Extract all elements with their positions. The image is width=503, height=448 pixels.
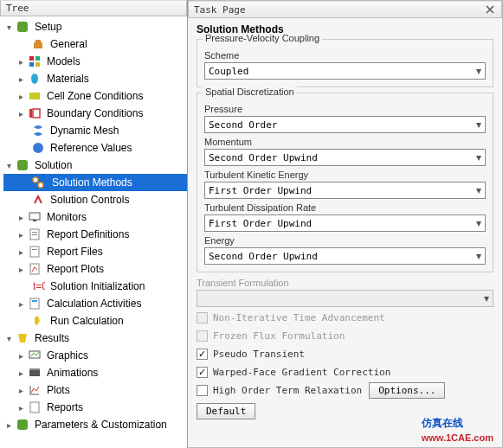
chevron-down-icon: ▾ xyxy=(468,250,481,262)
tree-item-solmethods[interactable]: Solution Methods xyxy=(3,174,187,191)
svg-point-10 xyxy=(33,143,43,153)
tree-item-calcact[interactable]: ▸ Calculation Activities xyxy=(3,295,187,312)
chevron-down-icon: ▾ xyxy=(468,217,481,229)
close-icon[interactable] xyxy=(484,3,496,16)
task-body: Solution Methods Pressure-Velocity Coupl… xyxy=(188,18,502,447)
expand-icon[interactable]: ▸ xyxy=(3,420,14,430)
tke-combo[interactable]: First Order Upwind▾ xyxy=(204,182,486,199)
svg-rect-15 xyxy=(33,220,36,221)
tree-item-params[interactable]: ▸ Parameters & Customization xyxy=(3,416,187,433)
svg-rect-11 xyxy=(17,160,28,170)
collapse-icon[interactable]: ▾ xyxy=(3,161,14,170)
tree-item-reports[interactable]: ▸ Reports xyxy=(3,399,187,416)
expand-icon[interactable]: ▸ xyxy=(16,109,26,118)
tree-item-monitors[interactable]: ▸ Monitors xyxy=(3,208,187,226)
expand-icon[interactable]: ▸ xyxy=(16,368,26,378)
pressure-label: Pressure xyxy=(204,104,486,114)
default-button[interactable]: Default xyxy=(197,403,255,419)
tree-item-refvalues[interactable]: Reference Values xyxy=(3,139,187,157)
scheme-label: Scheme xyxy=(204,50,486,61)
tree-item-results[interactable]: ▾ Results xyxy=(3,330,187,347)
tree-item-solcontrols[interactable]: Solution Controls xyxy=(3,191,187,208)
expand-icon[interactable]: ▸ xyxy=(16,213,26,222)
reportdef-icon xyxy=(28,227,42,241)
tree-item-animations[interactable]: ▸ Animations xyxy=(3,364,187,381)
tree-item-runcalc[interactable]: Run Calculation xyxy=(3,312,187,330)
svg-rect-21 xyxy=(30,264,39,274)
chevron-down-icon: ▾ xyxy=(468,151,481,163)
checkbox-icon[interactable] xyxy=(197,349,208,360)
svg-rect-7 xyxy=(29,93,40,99)
params-icon xyxy=(16,418,29,432)
scheme-combo[interactable]: Coupled ▾ xyxy=(204,62,486,80)
svg-rect-2 xyxy=(35,40,41,42)
momentum-combo[interactable]: Second Order Upwind▾ xyxy=(204,149,486,166)
chevron-down-icon: ▾ xyxy=(468,65,481,77)
pressure-combo[interactable]: Second Order▾ xyxy=(204,116,486,133)
tree-item-reportdef[interactable]: ▸ Report Definitions xyxy=(3,226,187,243)
expand-icon[interactable]: ▸ xyxy=(16,74,26,84)
checkbox-icon[interactable] xyxy=(197,385,208,396)
svg-point-13 xyxy=(38,182,43,188)
svg-rect-14 xyxy=(29,213,40,220)
runcalc-icon xyxy=(31,314,45,328)
tree-item-materials[interactable]: ▸ Materials xyxy=(3,70,187,87)
expand-icon[interactable]: ▸ xyxy=(16,299,26,309)
models-icon xyxy=(28,54,42,68)
tree-item-dynmesh[interactable]: Dynamic Mesh xyxy=(3,122,187,139)
chk-frozen: Frozen Flux Formulation xyxy=(197,328,493,343)
watermark: 仿真在线 www.1CAE.com xyxy=(422,416,493,444)
group-sd: Spatial Discretization Pressure Second O… xyxy=(197,93,493,272)
collapse-icon[interactable]: ▾ xyxy=(3,334,14,343)
cellzone-icon xyxy=(28,89,42,103)
energy-combo[interactable]: Second Order Upwind▾ xyxy=(204,247,486,265)
expand-icon[interactable]: ▸ xyxy=(16,247,26,257)
group-sd-title: Spatial Discretization xyxy=(203,86,297,97)
tree-item-boundary[interactable]: ▸ Boundary Conditions xyxy=(3,105,187,122)
boundary-icon xyxy=(28,106,42,120)
chk-warped[interactable]: Warped-Face Gradient Correction xyxy=(197,364,493,380)
tree-item-reportplots[interactable]: ▸ Report Plots xyxy=(3,260,187,278)
svg-rect-28 xyxy=(30,402,39,413)
tree-item-graphics[interactable]: ▸ Graphics xyxy=(3,347,187,364)
tree-panel: Tree ▾ Setup General ▸ Models ▸ Material… xyxy=(0,0,188,448)
tf-combo: ▾ xyxy=(197,290,493,307)
svg-rect-18 xyxy=(32,234,37,235)
svg-rect-8 xyxy=(29,109,32,118)
expand-icon[interactable]: ▸ xyxy=(16,92,26,101)
task-page: Task Page Solution Methods Pressure-Velo… xyxy=(188,0,503,448)
checkbox-icon[interactable] xyxy=(197,367,208,378)
expand-icon[interactable]: ▸ xyxy=(16,386,26,395)
tree-item-plots[interactable]: ▸ Plots xyxy=(3,381,187,399)
svg-rect-20 xyxy=(32,249,37,250)
tree-item-general[interactable]: General xyxy=(3,35,187,53)
tree-item-setup[interactable]: ▾ Setup xyxy=(3,18,187,35)
svg-rect-17 xyxy=(32,232,37,233)
options-button[interactable]: Options... xyxy=(369,382,445,399)
expand-icon[interactable]: ▸ xyxy=(16,230,26,240)
chk-hotr[interactable]: High Order Term Relaxation Options... xyxy=(197,382,493,398)
tree-item-cellzone[interactable]: ▸ Cell Zone Conditions xyxy=(3,87,187,105)
svg-rect-9 xyxy=(33,109,40,118)
expand-icon[interactable]: ▸ xyxy=(16,265,26,274)
expand-icon[interactable]: ▸ xyxy=(16,403,26,413)
tree-item-solution[interactable]: ▾ Solution xyxy=(3,157,187,174)
expand-icon[interactable]: ▸ xyxy=(16,57,26,67)
collapse-icon[interactable]: ▾ xyxy=(3,22,14,32)
momentum-label: Momentum xyxy=(204,137,486,147)
chk-pseudo[interactable]: Pseudo Transient xyxy=(197,346,493,362)
svg-rect-29 xyxy=(17,419,28,430)
tree: ▾ Setup General ▸ Models ▸ Materials ▸ C… xyxy=(0,16,187,448)
tree-item-models[interactable]: ▸ Models xyxy=(3,53,187,70)
dynmesh-icon xyxy=(31,124,45,138)
monitors-icon xyxy=(28,210,42,224)
svg-rect-0 xyxy=(17,22,28,32)
svg-rect-25 xyxy=(29,351,40,358)
tree-item-reportfiles[interactable]: ▸ Report Files xyxy=(3,243,187,260)
svg-rect-3 xyxy=(29,56,34,61)
tree-item-solinit[interactable]: t=0 Solution Initialization xyxy=(3,278,187,295)
task-header: Task Page xyxy=(188,1,502,18)
expand-icon[interactable]: ▸ xyxy=(16,351,26,361)
tdr-combo[interactable]: First Order Upwind▾ xyxy=(204,214,486,232)
tke-label: Turbulent Kinetic Energy xyxy=(204,170,486,180)
